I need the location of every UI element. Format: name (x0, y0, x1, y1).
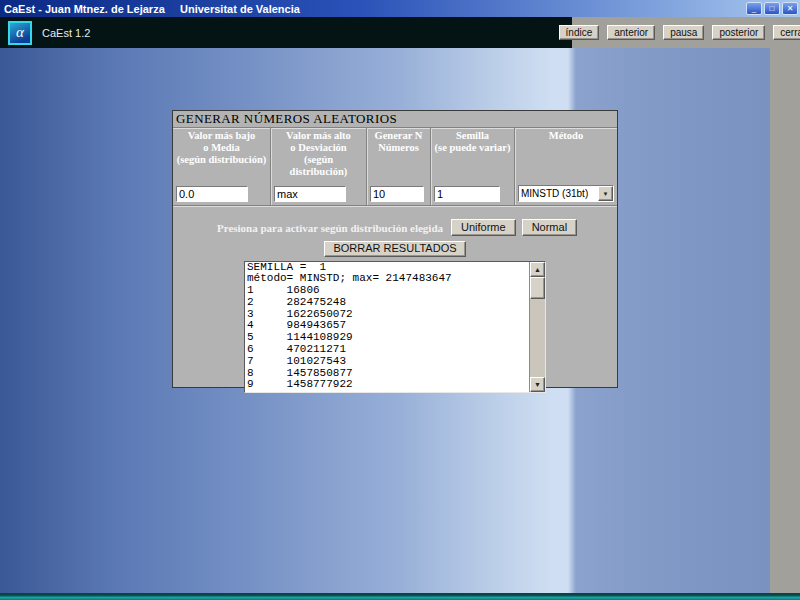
field-semilla: Semilla (se puede variar) (431, 128, 515, 205)
n-numeros-input[interactable] (370, 186, 424, 202)
window-controls: _ □ ✕ (746, 2, 798, 15)
nav-cerrar-button[interactable]: cerrar (773, 25, 800, 40)
scroll-up-button[interactable]: ▲ (530, 262, 545, 277)
window-subtitle: Universitat de Valencia (180, 3, 300, 15)
field-metodo-header: Método (518, 130, 614, 142)
nav-toolbar: índice anterior pausa posterior cerrar (572, 17, 800, 48)
chevron-down-icon[interactable]: ▼ (598, 186, 613, 201)
valor-alto-input[interactable] (274, 186, 346, 202)
generator-panel: GENERAR NÚMEROS ALEATORIOS Valor más baj… (172, 110, 618, 388)
parameters-table: Valor más bajo o Media (según distribuci… (173, 128, 617, 206)
field-generar-n: Generar N Números (367, 128, 431, 205)
app-version: CaEst 1.2 (42, 27, 90, 39)
bottom-bar (0, 593, 800, 600)
results-text: SEMILLA = 1 método= MINSTD; max= 2147483… (245, 262, 545, 392)
field-valor-mas-bajo-header: Valor más bajo o Media (según distribuci… (176, 130, 267, 166)
activate-row: Presiona para activar según distribución… (173, 219, 617, 236)
field-valor-mas-bajo: Valor más bajo o Media (según distribuci… (173, 128, 271, 205)
scroll-down-button[interactable]: ▼ (530, 377, 545, 392)
window-title: CaEst - Juan Mtnez. de Lejarza (0, 3, 165, 15)
nav-posterior-button[interactable]: posterior (712, 25, 765, 40)
semilla-input[interactable] (434, 186, 500, 202)
close-icon: ✕ (787, 4, 794, 13)
normal-button[interactable]: Normal (522, 219, 577, 236)
field-generar-n-header: Generar N Números (370, 130, 427, 154)
brand-bar: α CaEst 1.2 (0, 17, 572, 48)
alpha-glyph: α (16, 24, 24, 41)
field-semilla-header: Semilla (se puede variar) (434, 130, 511, 154)
nav-indice-button[interactable]: índice (559, 25, 600, 40)
metodo-select[interactable]: MINSTD (31bt) ▼ (518, 185, 614, 202)
alpha-logo-icon: α (8, 21, 32, 45)
results-scrollbar[interactable]: ▲ ▼ (529, 262, 545, 392)
activate-label: Presiona para activar según distribución… (217, 222, 443, 234)
close-button[interactable]: ✕ (782, 2, 798, 15)
borrar-resultados-button[interactable]: BORRAR RESULTADOS (324, 241, 466, 257)
app-window: CaEst - Juan Mtnez. de Lejarza Universit… (0, 0, 800, 600)
uniforme-button[interactable]: Uniforme (451, 219, 516, 236)
field-metodo: Método MINSTD (31bt) ▼ (515, 128, 617, 205)
results-box[interactable]: SEMILLA = 1 método= MINSTD; max= 2147483… (244, 261, 546, 393)
field-valor-mas-alto-header: Valor más alto o Desviación (según distr… (274, 130, 363, 178)
metodo-selected-value: MINSTD (31bt) (519, 188, 598, 199)
titlebar: CaEst - Juan Mtnez. de Lejarza Universit… (0, 0, 800, 17)
right-sidebar (770, 48, 800, 593)
maximize-button[interactable]: □ (764, 2, 780, 15)
minimize-button[interactable]: _ (746, 2, 762, 15)
nav-pausa-button[interactable]: pausa (663, 25, 704, 40)
valor-bajo-input[interactable] (176, 186, 248, 202)
scroll-up-icon: ▲ (534, 266, 541, 273)
panel-title: GENERAR NÚMEROS ALEATORIOS (173, 111, 617, 128)
clear-row: BORRAR RESULTADOS (173, 238, 617, 257)
maximize-icon: □ (770, 4, 775, 13)
minimize-icon: _ (752, 4, 756, 13)
nav-anterior-button[interactable]: anterior (607, 25, 655, 40)
scroll-thumb[interactable] (530, 277, 545, 299)
app-header: α CaEst 1.2 índice anterior pausa poster… (0, 17, 800, 48)
scroll-down-icon: ▼ (534, 381, 541, 388)
field-valor-mas-alto: Valor más alto o Desviación (según distr… (271, 128, 367, 205)
